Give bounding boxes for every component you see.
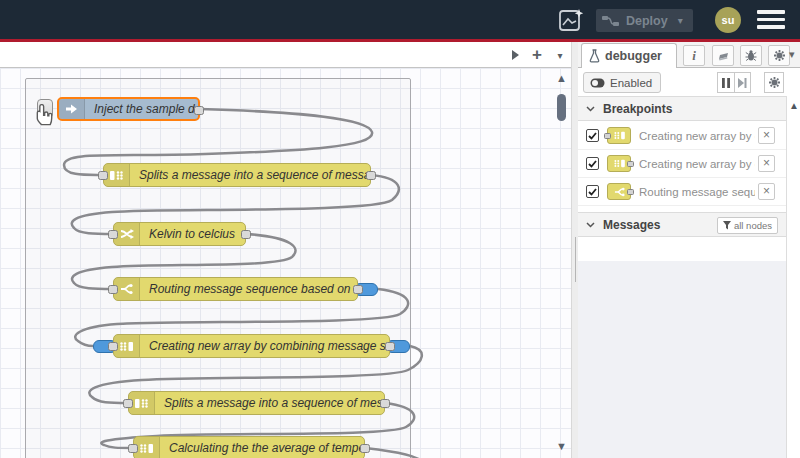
menu-bar [757, 10, 785, 14]
tab-help[interactable] [712, 45, 734, 66]
chevron-down-icon [586, 106, 595, 112]
pause-button[interactable] [717, 72, 734, 93]
node-label: Kelvin to celcius [140, 223, 245, 245]
flow-list-caret[interactable]: ▾ [551, 46, 569, 64]
tab-debugger-label: debugger [605, 49, 662, 63]
sidebar-scrollbar[interactable]: ▲ [786, 96, 800, 458]
breakpoint-checkbox[interactable] [586, 157, 599, 170]
deploy-caret-icon[interactable]: ▾ [678, 15, 683, 26]
node-label: Splits a message into a sequence of mess… [155, 392, 384, 414]
sidebar-scroll-up[interactable]: ▲ [789, 100, 799, 111]
flow-node-inject[interactable]: Inject the sample data [57, 97, 200, 121]
user-avatar[interactable]: su [715, 7, 741, 33]
node-red-window: Deploy ▾ su + ▾ Inject the sample dataSp… [0, 0, 800, 458]
app-header: Deploy ▾ su [0, 0, 800, 39]
breakpoint-row: Creating new array by combining message … [578, 122, 786, 150]
menu-bar [757, 18, 785, 22]
messages-empty-area [578, 261, 786, 458]
breakpoint-remove-button[interactable]: × [758, 183, 775, 200]
node-label: Routing message sequence based on condit… [140, 278, 357, 300]
input-port[interactable] [128, 444, 138, 453]
wire[interactable] [365, 448, 426, 458]
menu-bar [757, 25, 785, 29]
breakpoint-label: Routing message sequence based on condit… [639, 186, 755, 198]
ai-assistant-icon[interactable] [556, 7, 586, 33]
output-port[interactable] [380, 399, 390, 408]
step-button[interactable] [734, 72, 751, 93]
output-port[interactable] [366, 171, 376, 180]
debugger-enabled-toggle[interactable]: Enabled [583, 72, 661, 93]
tab-info[interactable]: i [683, 45, 705, 66]
filter-label: all nodes [734, 220, 772, 231]
step-icon [738, 78, 747, 88]
output-port[interactable] [360, 444, 370, 453]
output-port[interactable] [241, 230, 251, 239]
node-label: Splits a message into a sequence of mess… [130, 164, 370, 186]
output-port[interactable] [385, 342, 395, 351]
enabled-label: Enabled [610, 77, 652, 89]
breakpoint-label: Creating new array by combining message … [639, 130, 755, 142]
flow-canvas[interactable]: Inject the sample dataSplits a message i… [0, 68, 571, 458]
bug-icon [745, 49, 757, 62]
messages-filter-button[interactable]: all nodes [717, 217, 778, 234]
flow-node-change[interactable]: Kelvin to celcius [113, 222, 246, 246]
breakpoint-remove-button[interactable]: × [758, 127, 775, 144]
splitter-handle [575, 237, 576, 282]
funnel-icon [723, 221, 731, 230]
output-port[interactable] [353, 285, 363, 294]
flow-node-function[interactable]: Calculating the the average of temperatu… [133, 436, 365, 458]
flask-icon [589, 49, 600, 63]
canvas-scroll-up[interactable]: ▲ [556, 72, 567, 84]
deploy-nodes-icon [602, 15, 620, 27]
switch-node-mini-icon [607, 183, 631, 200]
messages-section-header[interactable]: Messages all nodes [578, 212, 786, 237]
sidebar-tabbar: debugger i [578, 42, 800, 68]
sidebar-tab-overflow-caret[interactable]: ▾ [789, 48, 795, 61]
messages-title: Messages [603, 218, 660, 232]
breakpoint-checkbox[interactable] [586, 129, 599, 142]
gear-icon [773, 49, 786, 62]
input-port[interactable] [108, 230, 118, 239]
sidebar: debugger i [578, 42, 800, 458]
breakpoint-label: Creating new array by combining message … [639, 158, 755, 170]
tab-debugger[interactable]: debugger [581, 43, 677, 68]
input-port[interactable] [123, 399, 133, 408]
inject-node-icon [59, 99, 85, 119]
add-flow-button[interactable]: + [528, 46, 546, 64]
flow-node-split[interactable]: Splits a message into a sequence of mess… [103, 163, 371, 187]
canvas-scrollbar-thumb[interactable] [557, 94, 566, 121]
mouse-cursor [32, 104, 54, 132]
tab-scroll-right-button[interactable] [506, 46, 524, 64]
main-menu-button[interactable] [757, 10, 785, 30]
node-label: Inject the sample data [85, 99, 198, 119]
sidebar-splitter[interactable] [571, 42, 578, 458]
input-port[interactable] [108, 285, 118, 294]
toggle-icon [590, 78, 605, 88]
breakpoint-checkbox[interactable] [586, 185, 599, 198]
messages-empty-row [578, 238, 786, 261]
chevron-down-icon [586, 222, 595, 228]
input-port[interactable] [98, 171, 108, 180]
gear-icon [768, 76, 781, 89]
flow-node-split[interactable]: Splits a message into a sequence of mess… [128, 391, 385, 415]
output-port[interactable] [194, 106, 204, 115]
breakpoint-row: Creating new array by combining message … [578, 150, 786, 178]
output-port-marker [627, 161, 634, 167]
deploy-label: Deploy [626, 14, 668, 28]
node-label: Calculating the the average of temperatu… [160, 437, 364, 458]
join-node-mini-icon [607, 127, 631, 144]
canvas-scroll-down[interactable]: ▼ [556, 440, 567, 452]
flow-node-switch[interactable]: Routing message sequence based on condit… [113, 277, 358, 301]
breakpoint-remove-button[interactable]: × [758, 155, 775, 172]
node-label: Creating new array by combining message … [140, 335, 389, 357]
tab-debug-messages[interactable] [740, 45, 762, 66]
debugger-settings-button[interactable] [764, 72, 784, 93]
flow-node-join[interactable]: Creating new array by combining message … [113, 334, 390, 358]
tab-config-nodes[interactable] [768, 45, 790, 66]
book-icon [717, 50, 730, 62]
breakpoints-section-header[interactable]: Breakpoints [578, 96, 786, 121]
workspace-tab-strip: + ▾ [0, 42, 571, 68]
deploy-button[interactable]: Deploy ▾ [596, 9, 693, 32]
breakpoints-title: Breakpoints [603, 102, 672, 116]
input-port[interactable] [108, 342, 118, 351]
